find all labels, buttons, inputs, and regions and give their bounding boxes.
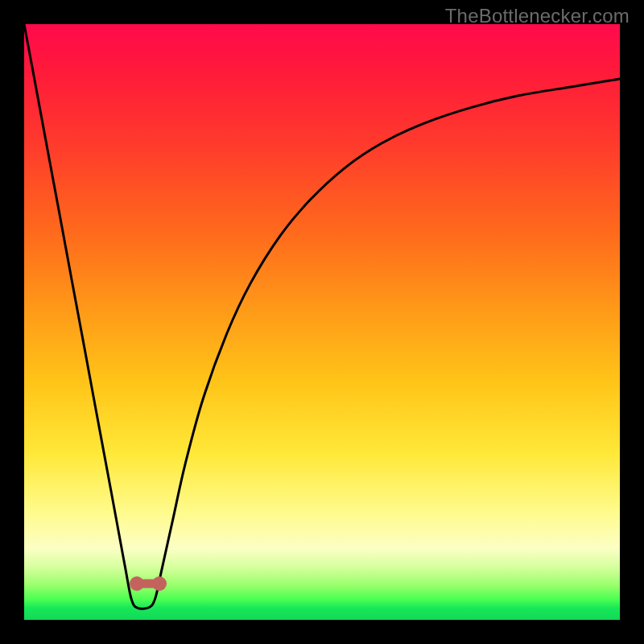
main-curve [24, 24, 620, 609]
right-foot-dot [152, 576, 167, 591]
plot-area [24, 24, 620, 620]
curve-svg [24, 24, 620, 620]
curve-layer [24, 24, 620, 620]
chart-frame: TheBottlenecker.com [0, 0, 644, 644]
left-foot-dot [130, 576, 144, 591]
